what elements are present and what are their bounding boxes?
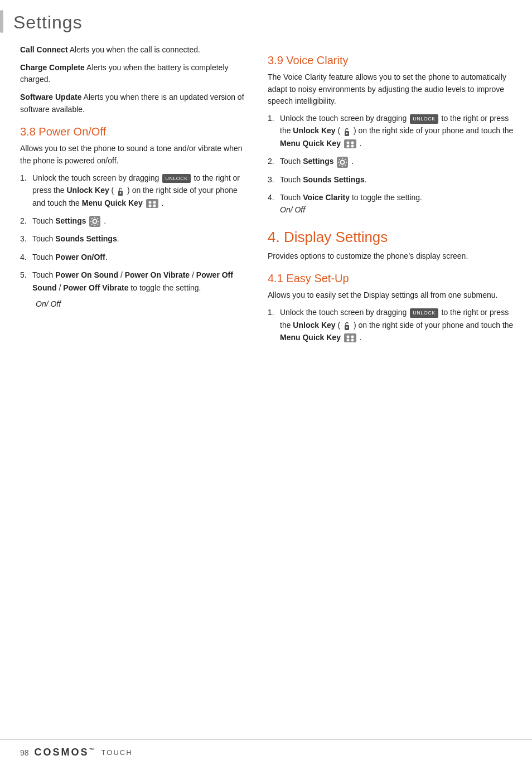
- step-41-1-content: Unlock the touch screen by dragging UNLO…: [280, 306, 515, 343]
- section-38-intro: Allows you to set the phone to sound a t…: [20, 143, 245, 167]
- svg-point-22: [351, 336, 354, 338]
- settings-icon-38-2: [89, 216, 100, 227]
- unlock-key-icon: [117, 186, 124, 196]
- footer-logo: COSMOS™: [35, 747, 96, 758]
- step-38-5-content: Touch Power On Sound / Power On Vibrate …: [32, 269, 245, 294]
- svg-rect-20: [344, 333, 356, 342]
- unlock-button-img-41: UNLOCK: [410, 308, 438, 317]
- step-38-1-num: 1.: [20, 172, 32, 184]
- step-38-5: 5. Touch Power On Sound / Power On Vibra…: [20, 269, 245, 294]
- unlock-button-img: UNLOCK: [162, 174, 191, 183]
- main-content: Call Connect Alerts you when the call is…: [0, 38, 532, 739]
- step-38-2-num: 2.: [20, 215, 32, 227]
- svg-point-6: [153, 204, 156, 207]
- step-39-3: 3. Touch Sounds Settings.: [268, 173, 515, 186]
- step-39-4-num: 4.: [268, 191, 280, 204]
- call-connect-item: Call Connect Alerts you when the call is…: [20, 44, 245, 56]
- section-39-heading: 3.9 Voice Clarity: [268, 54, 515, 67]
- step-38-1: 1. Unlock the touch screen by dragging U…: [20, 172, 245, 209]
- page-header: Settings: [0, 0, 532, 38]
- footer-page-number: 98: [20, 748, 29, 757]
- step-38-1-content: Unlock the touch screen by dragging UNLO…: [32, 172, 245, 209]
- header-bar: [0, 10, 3, 33]
- svg-rect-11: [344, 139, 356, 148]
- step-39-2-num: 2.: [268, 155, 280, 167]
- svg-point-14: [346, 145, 349, 148]
- page-footer: 98 COSMOS™ TOUCH: [0, 739, 532, 765]
- footer-tm: ™: [89, 747, 96, 753]
- software-update-term: Software Update: [20, 93, 81, 101]
- step-39-3-num: 3.: [268, 173, 280, 186]
- section-39-intro: The Voice Clarity feature allows you to …: [268, 71, 515, 108]
- right-column: 3.9 Voice Clarity The Voice Clarity feat…: [257, 44, 532, 739]
- svg-point-5: [148, 204, 151, 207]
- step-39-1-num: 1.: [268, 112, 280, 124]
- svg-point-19: [346, 326, 348, 328]
- step-38-3-content: Touch Sounds Settings.: [32, 233, 245, 245]
- call-connect-text: Alerts you when the call is connected.: [70, 45, 200, 54]
- section-41-heading: 4.1 Easy Set-Up: [268, 272, 515, 285]
- step-38-3: 3. Touch Sounds Settings.: [20, 233, 245, 245]
- step-39-1: 1. Unlock the touch screen by dragging U…: [268, 112, 515, 149]
- step-38-5-num: 5.: [20, 269, 32, 281]
- menu-quick-key-icon-38-1: [146, 199, 158, 208]
- unlock-key-icon-41: [344, 321, 350, 331]
- step-38-2-content: Touch Settings .: [32, 215, 245, 227]
- section-41-intro: Allows you to easily set the Display set…: [268, 289, 515, 302]
- step-41-1: 1. Unlock the touch screen by dragging U…: [268, 306, 515, 343]
- settings-icon-39-2: [337, 157, 348, 168]
- left-column: Call Connect Alerts you when the call is…: [0, 44, 257, 739]
- step-38-4: 4. Touch Power On/Off.: [20, 251, 245, 263]
- step-38-4-content: Touch Power On/Off.: [32, 251, 245, 263]
- svg-point-12: [346, 142, 349, 144]
- section-41-steps: 1. Unlock the touch screen by dragging U…: [268, 306, 515, 343]
- footer-touch: TOUCH: [101, 748, 133, 757]
- svg-point-24: [351, 339, 354, 342]
- section-4-intro: Provides options to customize the phone’…: [268, 250, 515, 263]
- svg-rect-2: [146, 199, 158, 208]
- charge-complete-item: Charge Complete Alerts you when the batt…: [20, 62, 245, 86]
- step-39-2-content: Touch Settings .: [280, 155, 515, 167]
- section-38-heading: 3.8 Power On/Off: [20, 125, 245, 138]
- svg-point-13: [351, 142, 354, 144]
- section-38-steps: 1. Unlock the touch screen by dragging U…: [20, 172, 245, 294]
- page-title: Settings: [13, 10, 83, 33]
- software-update-item: Software Update Alerts you when there is…: [20, 91, 245, 115]
- page: Settings Call Connect Alerts you when th…: [0, 0, 532, 765]
- charge-complete-term: Charge Complete: [20, 63, 85, 72]
- step-38-4-num: 4.: [20, 251, 32, 263]
- call-connect-term: Call Connect: [20, 45, 68, 54]
- svg-point-23: [346, 339, 349, 342]
- section-39-steps: 1. Unlock the touch screen by dragging U…: [268, 112, 515, 216]
- menu-quick-key-icon-39-1: [344, 139, 356, 148]
- unlock-button-img-39: UNLOCK: [410, 114, 438, 123]
- svg-point-3: [148, 201, 151, 204]
- step-41-1-num: 1.: [268, 306, 280, 318]
- step-39-onoff: On/ Off: [280, 205, 305, 214]
- menu-quick-key-icon-41-1: [344, 333, 356, 342]
- svg-point-4: [153, 201, 156, 204]
- step-39-3-content: Touch Sounds Settings.: [280, 173, 515, 186]
- svg-point-21: [346, 336, 349, 338]
- section-38-onoff: On/ Off: [36, 299, 245, 308]
- section-4-heading: 4. Display Settings: [268, 229, 515, 246]
- step-39-4: 4. Touch Voice Clarity to toggle the set…: [268, 191, 515, 216]
- step-38-3-num: 3.: [20, 233, 32, 245]
- step-39-1-content: Unlock the touch screen by dragging UNLO…: [280, 112, 515, 149]
- svg-point-1: [120, 192, 122, 193]
- step-39-4-content: Touch Voice Clarity to toggle the settin…: [280, 191, 515, 216]
- step-39-2: 2. Touch Settings .: [268, 155, 515, 167]
- svg-point-15: [351, 145, 354, 148]
- svg-point-10: [346, 132, 348, 134]
- unlock-key-icon-39: [344, 127, 350, 137]
- step-38-2: 2. Touch Settings .: [20, 215, 245, 227]
